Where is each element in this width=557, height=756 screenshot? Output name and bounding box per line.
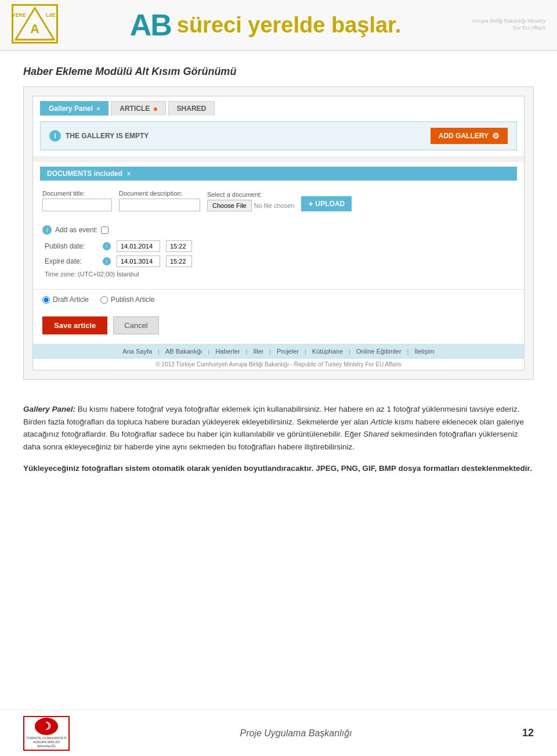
tab-dot [154, 107, 157, 111]
ui-panel: Gallery Panel × ARTICLE SHARED i THE GAL… [32, 96, 525, 370]
page-title: Haber Ekleme Modülü Alt Kısım Görünümü [23, 66, 534, 78]
svg-text:YERE: YERE [13, 12, 26, 18]
nav-haberler[interactable]: Haberler [215, 348, 240, 355]
event-section: i Add as event: Publish date: i Expire d… [33, 222, 524, 289]
nav-projeler[interactable]: Projeler [277, 348, 299, 355]
nav-iletisim[interactable]: İletişim [414, 348, 434, 355]
documents-form: Document title: Document description: Se… [40, 186, 517, 217]
nav-iller[interactable]: İller [253, 348, 263, 355]
action-buttons: Save article Cancel [33, 309, 524, 344]
publish-date-info-icon: i [103, 242, 111, 250]
page-footer: ☽ TÜRKİYE CUMHURİYETİAVRUPA BİRLİĞİ BAKA… [0, 710, 557, 756]
add-event-row: i Add as event: [42, 225, 515, 235]
doc-desc-label: Document description: [119, 190, 200, 197]
no-file-text: No file chosen [254, 202, 295, 209]
tabs-row: Gallery Panel × ARTICLE SHARED [33, 96, 524, 116]
publish-time-input[interactable] [166, 240, 192, 252]
draft-option[interactable]: Draft Article [42, 296, 89, 304]
expire-date-input[interactable] [117, 255, 160, 267]
publish-option[interactable]: Publish Article [100, 296, 154, 304]
publish-date-row: Publish date: i [42, 240, 515, 252]
doc-title-input[interactable] [42, 199, 112, 211]
nav-ana-sayfa[interactable]: Ana Sayfa [122, 348, 152, 355]
file-select-row: Choose File No file chosen [207, 200, 294, 211]
yerelde-logo: A YERE LdE [12, 4, 61, 46]
ab-logo-area: AB süreci yerelde başlar. [61, 8, 470, 42]
expire-date-label: Expire date: [45, 257, 97, 265]
ui-footer-nav: Ana Sayfa | AB Bakanlığı | Haberler | İl… [33, 344, 524, 359]
expire-date-info-icon: i [103, 257, 111, 265]
content-area: Gallery Panel: Bu kısmı habere fotoğraf … [0, 391, 557, 491]
nav-ab-bakanligi[interactable]: AB Bakanlığı [165, 348, 202, 355]
docs-close-icon[interactable]: × [127, 171, 131, 177]
cancel-button[interactable]: Cancel [113, 316, 158, 334]
save-article-button[interactable]: Save article [42, 316, 107, 334]
expire-time-input[interactable] [166, 255, 192, 267]
gear-icon: ⚙ [492, 131, 500, 141]
event-info-icon: i [42, 225, 52, 235]
timezone-text: Time zone: (UTC+02:00) İstanbul [42, 271, 515, 278]
tab-shared[interactable]: SHARED [168, 101, 215, 116]
svg-text:LdE: LdE [46, 12, 56, 18]
add-event-checkbox[interactable] [101, 226, 108, 234]
doc-desc-input[interactable] [119, 199, 200, 211]
ui-footer-copyright: © 2013 Türkiye Cumhuriyeti Avrupa Birliğ… [33, 359, 524, 370]
doc-title-label: Document title: [42, 190, 112, 197]
tab-close-icon[interactable]: × [96, 106, 100, 112]
gallery-empty-text: THE GALLERY IS EMPTY [66, 132, 149, 140]
publish-date-input[interactable] [117, 240, 160, 252]
highlight-paragraph: Yükleyeceğiniz fotoğrafları sistem otoma… [23, 462, 534, 475]
publish-radio[interactable] [100, 296, 108, 304]
page-number: 12 [522, 727, 534, 739]
publish-date-label: Publish date: [45, 242, 97, 250]
doc-title-group: Document title: [42, 190, 112, 211]
nav-online-egitimler[interactable]: Online Eğitimler [356, 348, 402, 355]
file-select-label: Select a document: [207, 191, 294, 198]
add-event-label: Add as event: [55, 226, 97, 234]
file-select-group: Select a document: Choose File No file c… [207, 191, 294, 211]
svg-text:A: A [30, 22, 39, 36]
footer-logo: ☽ TÜRKİYE CUMHURİYETİAVRUPA BİRLİĞİ BAKA… [23, 716, 70, 751]
header-side-text: Avrupa Birliği Bakanlığı Ministry For EU… [470, 18, 545, 31]
section-divider [33, 156, 524, 162]
slogan-text: süreci yerelde başlar. [177, 13, 402, 38]
expire-date-row: Expire date: i [42, 255, 515, 267]
add-gallery-button[interactable]: ADD GALLERY ⚙ [431, 128, 508, 144]
screenshot-frame: Gallery Panel × ARTICLE SHARED i THE GAL… [23, 87, 534, 380]
gallery-empty-left: i THE GALLERY IS EMPTY [49, 130, 149, 142]
documents-header: DOCUMENTS included × [40, 167, 517, 181]
footer-center-text: Proje Uygulama Başkanlığı [240, 728, 352, 739]
shared-italic: Shared [363, 430, 389, 438]
upload-button[interactable]: + UPLOAD [301, 196, 352, 211]
ab-text: AB [130, 8, 171, 42]
nav-kutuphane[interactable]: Kütüphane [312, 348, 343, 355]
plus-icon: + [308, 199, 313, 208]
draft-radio[interactable] [42, 296, 50, 304]
choose-file-button[interactable]: Choose File [207, 200, 252, 211]
gallery-panel-bold: Gallery Panel: [23, 405, 75, 413]
gallery-info-icon: i [49, 130, 61, 142]
tab-article[interactable]: ARTICLE [111, 101, 165, 116]
doc-desc-group: Document description: [119, 190, 200, 211]
article-italic: Article [371, 417, 393, 426]
gallery-section: i THE GALLERY IS EMPTY ADD GALLERY ⚙ [40, 121, 517, 150]
documents-section: DOCUMENTS included × Document title: Doc… [40, 167, 517, 217]
tab-gallery-panel[interactable]: Gallery Panel × [40, 101, 108, 116]
content-paragraph1: Gallery Panel: Bu kısmı habere fotoğraf … [23, 403, 534, 453]
article-options: Draft Article Publish Article [33, 289, 524, 309]
page-title-section: Haber Ekleme Modülü Alt Kısım Görünümü [0, 51, 557, 87]
header: A YERE LdE AB süreci yerelde başlar. Avr… [0, 0, 557, 51]
